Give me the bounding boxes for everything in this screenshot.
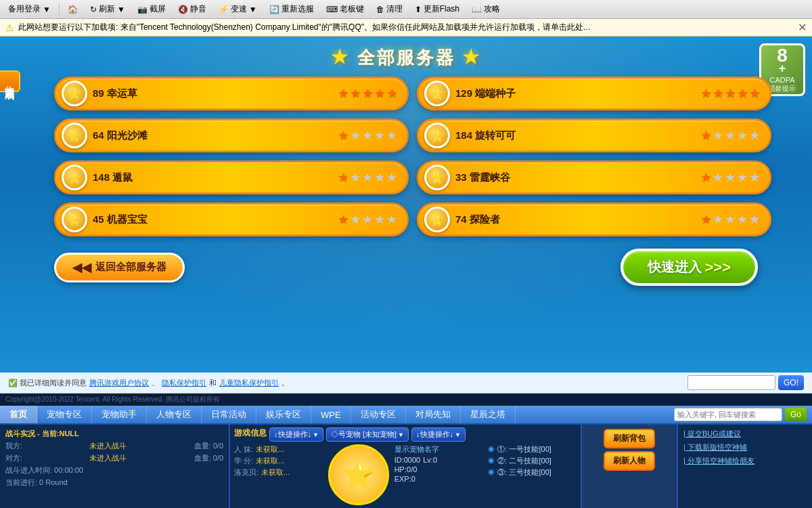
star-icon: ★ <box>749 212 760 227</box>
tab-star-tower[interactable]: 星辰之塔 <box>461 406 516 423</box>
reselect-btn[interactable]: 🔄 重新选服 <box>264 2 319 17</box>
home-btn[interactable]: 🏠 <box>62 2 83 17</box>
quick-ops1-select[interactable]: ↓快捷操作↓ ▼ <box>269 427 323 442</box>
star-icon: ★ <box>386 128 397 143</box>
tab-home[interactable]: 首页 <box>0 406 37 423</box>
dropdown-icon: ▼ <box>43 5 51 14</box>
pet-show-name: 显示宠物名字 <box>394 444 439 454</box>
quick-ops2-select[interactable]: ↓快捷操作↓ ▼ <box>411 427 466 442</box>
fav-tab[interactable]: 收藏游戏 <box>0 70 20 92</box>
clear-btn[interactable]: 🗑 清理 <box>371 2 408 17</box>
star-icon: ★ <box>749 86 760 101</box>
me-battle-val: 未进入战斗 <box>89 441 127 451</box>
server-item-name: 33 雷霆峡谷 <box>450 171 700 184</box>
star-icon: ★ <box>374 86 385 101</box>
info-content: 人 抹: 未获取... 学 分: 未获取... 洛克贝: 未获取... ⭐ 显示… <box>234 444 577 505</box>
nav-tabs: 首页宠物专区宠物助手人物专区日常活动娱乐专区WPE活动专区对局先知星辰之塔Go <box>0 406 812 425</box>
arrow-icon: ◀◀ <box>72 260 91 275</box>
refresh-person-button[interactable]: 刷新人物 <box>604 451 655 471</box>
mute-btn[interactable]: 🔇 静音 <box>173 2 212 17</box>
tab-pet[interactable]: 宠物专区 <box>37 406 92 423</box>
server-item-stars: ★★★★★ <box>338 86 401 101</box>
star-icon: ★ <box>713 128 723 143</box>
search-input[interactable] <box>687 375 775 390</box>
skill3-dot: ◉ <box>488 467 495 478</box>
guide-btn[interactable]: 📖 攻略 <box>466 2 505 17</box>
bottom-panel: 战斗实况 - 当前:NULL 我方: 未进入战斗 血量: 0/0 对方: 未进入… <box>0 425 812 508</box>
reselect-icon: 🔄 <box>269 5 279 14</box>
refresh-bag-button[interactable]: 刷新背包 <box>604 429 655 448</box>
skills-col: ◉ ①: 一号技能[00] ◉ ②: 二号技能[00] ◉ ③: 三号技能[00… <box>488 444 577 505</box>
study-row: 学 分: 未获取... <box>234 456 323 466</box>
server-item-stars: ★★★★★ <box>700 86 764 101</box>
server-item[interactable]: ⭐74 探险者★★★★★ <box>417 203 771 236</box>
star-icon: ★ <box>386 86 397 101</box>
tab-entertainment[interactable]: 娱乐专区 <box>256 406 311 423</box>
tab-daily[interactable]: 日常活动 <box>202 406 256 423</box>
back-button[interactable]: ◀◀ 返回全部服务器 <box>54 253 185 282</box>
server-item-stars: ★★★★★ <box>338 170 401 185</box>
tab-pet-helper[interactable]: 宠物助手 <box>92 406 147 423</box>
star-icon: ★ <box>749 170 760 185</box>
action-panel: 刷新背包 刷新人物 <box>582 425 677 508</box>
server-item[interactable]: ⭐148 遁鼠★★★★★ <box>54 161 409 194</box>
star-icon: ★ <box>713 212 723 227</box>
privacy-link[interactable]: 隐私保护指引 <box>162 378 206 388</box>
server-item[interactable]: ⭐89 幸运草★★★★★ <box>54 77 409 110</box>
links-panel: | 提交BUG或建议| 下载新版悟空神辅| 分享悟空神辅给朋友 <box>677 425 812 508</box>
pet-select[interactable]: ◇号宠物 [未知宠物] ▼ <box>326 427 409 442</box>
person-row: 人 抹: 未获取... <box>234 444 323 454</box>
link-download-pet[interactable]: | 下载新版悟空神辅 <box>683 442 807 452</box>
tab-knowledge[interactable]: 对局先知 <box>406 406 461 423</box>
server-item-name: 74 探险者 <box>450 213 700 226</box>
boss-key-btn[interactable]: ⌨ 老板键 <box>321 2 369 17</box>
star-icon: ★ <box>338 128 348 143</box>
server-item[interactable]: ⭐64 阳光沙滩★★★★★ <box>54 119 409 152</box>
tab-label: 宠物专区 <box>47 408 82 421</box>
person-val: 未获取... <box>256 444 284 454</box>
star-icon: ★ <box>713 86 723 101</box>
star-icon: ★ <box>350 170 361 185</box>
divider <box>59 3 60 16</box>
user-agreement-link[interactable]: 腾讯游戏用户协议 <box>89 378 149 388</box>
tab-wpe[interactable]: WPE <box>311 406 351 423</box>
server-item[interactable]: ⭐33 雷霆峡谷★★★★★ <box>417 161 771 194</box>
pet-id-row: ID:0000 Lv:0 <box>394 456 483 464</box>
screenshot-btn[interactable]: 📷 截屏 <box>132 2 171 17</box>
enemy-battle-val: 未进入战斗 <box>89 453 127 463</box>
tab-activity[interactable]: 活动专区 <box>351 406 406 423</box>
update-flash-icon: ⬆ <box>415 5 422 14</box>
nav-search-input[interactable] <box>674 408 782 421</box>
tab-label: 日常活动 <box>211 408 246 421</box>
server-item[interactable]: ⭐129 端端种子★★★★★ <box>417 77 771 110</box>
server-list: ⭐89 幸运草★★★★★⭐129 端端种子★★★★★⭐64 阳光沙滩★★★★★⭐… <box>0 70 812 243</box>
speed-btn[interactable]: ⚡ 变速 ▼ <box>213 2 263 17</box>
tab-character[interactable]: 人物专区 <box>147 406 202 423</box>
server-item-stars: ★★★★★ <box>700 128 764 143</box>
nav-go-button[interactable]: Go <box>785 408 807 421</box>
server-title: ★ 全部服务器 ★ <box>0 37 812 70</box>
refresh-dropdown-icon: ▼ <box>117 5 125 14</box>
server-item[interactable]: ⭐45 机器宝宝★★★★★ <box>54 203 409 236</box>
server-item-icon: ⭐ <box>424 81 450 106</box>
update-flash-btn[interactable]: ⬆ 更新Flash <box>409 2 465 17</box>
search-area: GO! <box>687 375 804 390</box>
notification-bar: ⚠ 此网站想要运行以下加载项: 来自"Tencent Technology(Sh… <box>0 19 812 37</box>
server-item-stars: ★★★★★ <box>338 212 401 227</box>
star-icon: ★ <box>350 212 361 227</box>
pet-show-name-row: 显示宠物名字 <box>394 444 483 454</box>
link-share-shop[interactable]: | 分享悟空神辅给朋友 <box>683 456 807 466</box>
copyright-bar: Copyright@2010-2022 Tencent. All Rights … <box>0 394 812 406</box>
server-item[interactable]: ⭐184 旋转可可★★★★★ <box>417 119 771 152</box>
children-privacy-link[interactable]: 儿童隐私保护指引 <box>219 378 279 388</box>
server-item-icon: ⭐ <box>424 207 450 232</box>
go-button[interactable]: GO! <box>778 375 804 390</box>
refresh-icon: ↻ <box>90 5 97 14</box>
enter-button[interactable]: 快速进入 >>> <box>621 249 758 286</box>
tab-label: WPE <box>321 410 341 420</box>
notification-close[interactable]: ✕ <box>798 21 807 34</box>
bookmark-dropdown[interactable]: 备用登录 ▼ <box>3 2 56 17</box>
refresh-btn[interactable]: ↻ 刷新 ▼ <box>85 2 131 17</box>
link-submit-bug[interactable]: | 提交BUG或建议 <box>683 429 807 439</box>
star-icon: ★ <box>362 86 373 101</box>
